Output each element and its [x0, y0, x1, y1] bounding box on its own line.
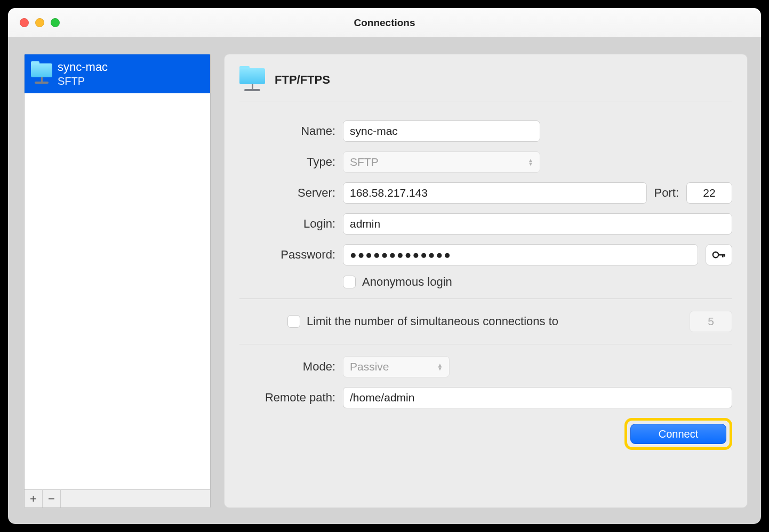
port-input[interactable]	[686, 182, 732, 204]
remote-path-label: Remote path:	[239, 391, 335, 405]
key-auth-button[interactable]	[706, 244, 732, 265]
connection-item-protocol: SFTP	[58, 75, 108, 88]
mode-select-value: Passive	[350, 360, 389, 373]
type-select-value: SFTP	[350, 156, 379, 168]
connection-item-name: sync-mac	[58, 60, 108, 75]
type-label: Type:	[239, 155, 335, 169]
divider	[239, 344, 732, 344]
sidebar-footer: + −	[25, 489, 210, 507]
chevron-up-down-icon: ▲▼	[528, 158, 533, 166]
limit-connections-value: 5	[690, 311, 732, 332]
connections-list[interactable]: sync-mac SFTP	[25, 54, 210, 489]
type-select[interactable]: SFTP ▲▼	[343, 151, 540, 173]
network-folder-icon	[31, 63, 52, 84]
connections-sidebar: sync-mac SFTP + −	[24, 54, 211, 508]
login-input[interactable]	[343, 213, 732, 235]
titlebar: Connections	[8, 8, 761, 38]
server-label: Server:	[239, 186, 335, 200]
network-folder-icon	[239, 68, 265, 91]
svg-point-0	[713, 252, 718, 257]
anonymous-login-label: Anonymous login	[362, 275, 452, 289]
port-label: Port:	[654, 186, 679, 200]
connect-button[interactable]: Connect	[630, 424, 726, 444]
connection-detail-panel: FTP/FTPS Name: Type: SFTP ▲▼	[224, 54, 748, 508]
anonymous-login-checkbox[interactable]	[343, 276, 356, 288]
login-label: Login:	[239, 217, 335, 231]
remove-connection-button[interactable]: −	[43, 490, 61, 507]
connect-button-highlight: Connect	[624, 418, 732, 450]
svg-rect-3	[724, 254, 725, 257]
password-label: Password:	[239, 248, 335, 262]
name-label: Name:	[239, 124, 335, 138]
key-icon	[712, 250, 726, 260]
remote-path-input[interactable]	[343, 387, 732, 408]
svg-rect-2	[722, 254, 724, 257]
window-title: Connections	[8, 8, 761, 37]
server-input[interactable]	[343, 182, 647, 204]
svg-rect-1	[718, 254, 725, 256]
mode-select[interactable]: Passive ▲▼	[343, 356, 450, 377]
limit-connections-checkbox[interactable]	[287, 315, 300, 328]
limit-connections-label: Limit the number of simultaneous connect…	[307, 315, 558, 328]
password-input[interactable]	[343, 244, 698, 265]
connection-list-item[interactable]: sync-mac SFTP	[25, 54, 210, 93]
connections-window: Connections sync-mac	[8, 8, 761, 524]
divider	[239, 299, 732, 299]
add-connection-button[interactable]: +	[25, 490, 43, 507]
mode-label: Mode:	[239, 360, 335, 374]
panel-title: FTP/FTPS	[275, 73, 330, 87]
name-input[interactable]	[343, 120, 540, 142]
chevron-up-down-icon: ▲▼	[437, 363, 443, 370]
